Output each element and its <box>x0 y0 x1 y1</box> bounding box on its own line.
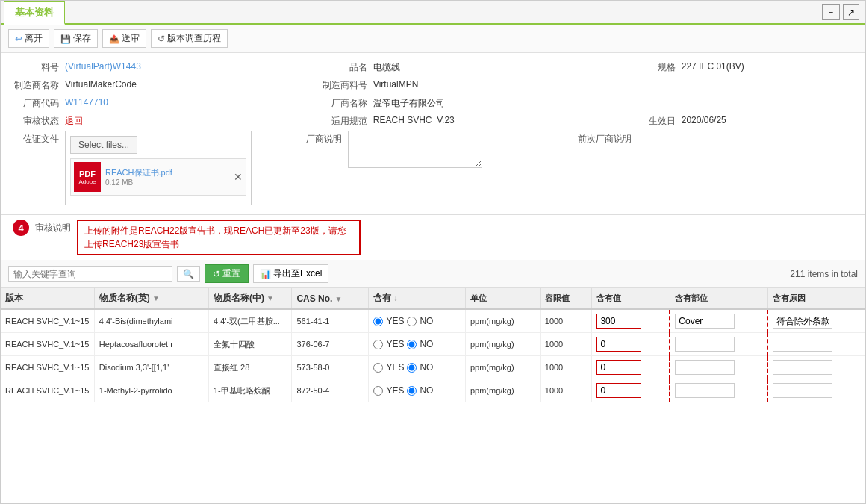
maximize-button[interactable]: ↗ <box>843 4 859 20</box>
vendor-note-input[interactable] <box>348 131 482 168</box>
input-reason-0[interactable] <box>773 314 832 329</box>
th-subst-en: 物质名称(英) ▼ <box>94 288 208 309</box>
radio-yes-2[interactable] <box>373 363 383 373</box>
input-value-1[interactable] <box>596 337 641 352</box>
cell-subst-cn: 1-甲基吡咯烷酮 <box>209 379 292 402</box>
file-upload-area: Select files... PDF Adobe REACH保证书.pdf 0… <box>65 131 252 205</box>
th-value: 含有值 <box>592 288 670 309</box>
file-size: 0.12 MB <box>105 178 229 187</box>
history-button[interactable]: 版本调查历程 <box>151 29 228 48</box>
cell-reason <box>767 333 865 356</box>
cell-subst-cn: 直接红 28 <box>209 356 292 379</box>
input-part-1[interactable] <box>675 337 735 352</box>
cell-contain: YES NO <box>369 379 466 402</box>
table-row: REACH SVHC_V.1~15 1-Methyl-2-pyrrolido 1… <box>1 379 865 402</box>
effective-date-label: 生效日 <box>629 113 682 128</box>
maker-name-value: VirtualMakerCode <box>65 77 177 92</box>
th-version: 版本 <box>1 288 94 309</box>
vendor-code-value: W1147710 <box>65 95 177 110</box>
sort-contain-icon[interactable]: ↓ <box>393 294 397 302</box>
cell-contain: YES NO <box>369 309 466 333</box>
effective-date-value: 2020/06/25 <box>682 113 794 128</box>
form-row-2: 制造商名称 VirtualMakerCode 制造商料号 VirtualMPN <box>13 77 853 92</box>
cell-unit: ppm(mg/kg) <box>465 333 540 356</box>
input-part-3[interactable] <box>675 383 735 398</box>
part-number-label: 料号 <box>13 59 65 74</box>
product-name-value: 电缆线 <box>373 59 485 74</box>
cell-subst-en: 1-Methyl-2-pyrrolido <box>94 379 208 402</box>
input-value-3[interactable] <box>596 383 641 398</box>
cell-value <box>592 309 670 333</box>
cell-threshold: 1000 <box>540 379 592 402</box>
cell-version: REACH SVHC_V.1~15 <box>1 379 94 402</box>
cell-unit: ppm(mg/kg) <box>465 309 540 333</box>
maker-pn-value: VirtualMPN <box>373 77 485 92</box>
filter-subst-cn-icon[interactable]: ▼ <box>267 294 274 302</box>
radio-no-1[interactable] <box>407 340 417 349</box>
cell-cas: 561-41-1 <box>292 309 369 333</box>
radio-no-2[interactable] <box>407 363 417 373</box>
cell-unit: ppm(mg/kg) <box>465 356 540 379</box>
reset-button[interactable]: ↺ 重置 <box>205 264 249 283</box>
radio-no-3[interactable] <box>407 386 417 396</box>
table-row: REACH SVHC_V.1~15 Disodium 3,3'-[[1,1' 直… <box>1 356 865 379</box>
th-part: 含有部位 <box>670 288 767 309</box>
th-cas: CAS No. ▼ <box>292 288 369 309</box>
vendor-note-label: 厂商说明 <box>296 131 348 146</box>
cell-part <box>670 356 767 379</box>
file-close-button[interactable]: ✕ <box>234 171 243 183</box>
history-icon <box>158 34 165 44</box>
filter-cas-icon[interactable]: ▼ <box>334 295 342 303</box>
review-note-label: 审核说明 <box>35 220 77 234</box>
leave-button[interactable]: 离开 <box>8 29 49 48</box>
cell-cas: 376-06-7 <box>292 333 369 356</box>
cell-subst-cn: 4,4'-双(二甲基胺... <box>209 309 292 333</box>
form-row-5: 佐证文件 Select files... PDF Adobe REACH保证书.… <box>13 131 853 205</box>
data-table: 版本 物质名称(英) ▼ 物质名称(中) ▼ CAS No. ▼ <box>1 288 865 402</box>
input-part-2[interactable] <box>675 360 735 375</box>
input-reason-2[interactable] <box>773 360 832 375</box>
minimize-button[interactable]: － <box>822 4 840 20</box>
th-threshold: 容限值 <box>540 288 592 309</box>
cell-part <box>670 309 767 333</box>
select-files-button[interactable]: Select files... <box>70 136 137 154</box>
vendor-name-value: 温帝电子有限公司 <box>373 95 485 110</box>
search-input[interactable] <box>8 266 172 282</box>
toolbar: 离开 保存 送审 版本调查历程 <box>1 25 865 53</box>
radio-yes-0[interactable] <box>373 317 383 326</box>
cell-part <box>670 333 767 356</box>
review-status-label: 审核状态 <box>13 113 65 128</box>
export-button[interactable]: 📊 导出至Excel <box>253 264 328 283</box>
input-part-0[interactable] <box>675 314 735 329</box>
maker-name-label: 制造商名称 <box>13 77 65 92</box>
input-reason-1[interactable] <box>773 337 832 352</box>
cell-reason <box>767 379 865 402</box>
main-container: 基本资料 － ↗ 离开 保存 送审 版本调查历程 料号 (Vir <box>0 0 866 504</box>
save-button[interactable]: 保存 <box>54 29 98 48</box>
radio-no-0[interactable] <box>407 317 417 326</box>
filter-subst-en-icon[interactable]: ▼ <box>152 294 160 302</box>
reset-icon: ↺ <box>213 269 220 279</box>
send-button[interactable]: 送审 <box>102 29 146 48</box>
cell-version: REACH SVHC_V.1~15 <box>1 333 94 356</box>
form-area: 料号 (VirtualPart)W1443 品名 电缆线 规格 227 IEC … <box>1 53 865 215</box>
input-reason-3[interactable] <box>773 383 832 398</box>
radio-yes-1[interactable] <box>373 340 383 349</box>
tab-controls: － ↗ <box>819 1 862 23</box>
input-value-0[interactable] <box>596 314 641 329</box>
th-reason: 含有原因 <box>767 288 865 309</box>
cell-contain: YES NO <box>369 333 466 356</box>
form-row-4: 审核状态 退回 适用规范 REACH SVHC_V.23 生效日 2020/06… <box>13 113 853 128</box>
search-button[interactable]: 🔍 <box>177 266 200 282</box>
table-container: 版本 物质名称(英) ▼ 物质名称(中) ▼ CAS No. ▼ <box>1 288 865 503</box>
radio-yes-3[interactable] <box>373 386 383 396</box>
input-value-2[interactable] <box>596 360 641 375</box>
cell-threshold: 1000 <box>540 333 592 356</box>
tab-basic-info[interactable]: 基本资料 <box>4 1 65 25</box>
table-body: REACH SVHC_V.1~15 4,4'-Bis(dimethylami 4… <box>1 309 865 402</box>
cell-subst-cn: 全氟十四酸 <box>209 333 292 356</box>
review-badge: 4 <box>13 220 29 236</box>
review-text-box: 上传的附件是REACH22版宣告书，现REACH已更新至23版，请您上传REAC… <box>77 220 361 255</box>
cell-subst-en: Heptacosafluorotet r <box>94 333 208 356</box>
cell-cas: 573-58-0 <box>292 356 369 379</box>
